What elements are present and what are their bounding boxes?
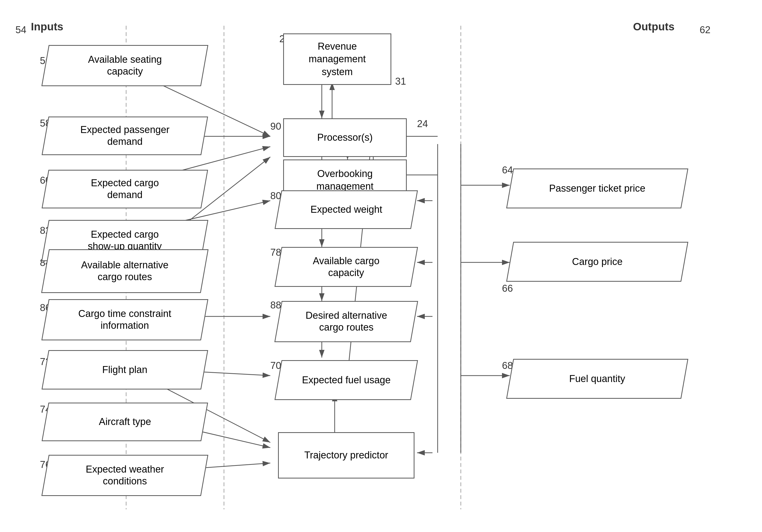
box-cargo-time-constraint: Cargo time constraintinformation bbox=[41, 299, 208, 340]
label-54: 54 bbox=[16, 25, 26, 35]
label-78: 78 bbox=[270, 247, 281, 258]
box-expected-cargo-demand: Expected cargodemand bbox=[42, 170, 208, 208]
box-available-cargo-cap: Available cargocapacity bbox=[274, 247, 418, 287]
label-24: 24 bbox=[417, 118, 428, 129]
box-revenue-mgmt: Revenuemanagementsystem bbox=[283, 33, 391, 85]
box-cargo-price: Cargo price bbox=[506, 242, 688, 282]
label-inputs: Inputs bbox=[31, 21, 63, 33]
box-available-alt-cargo: Available alternativecargo routes bbox=[41, 249, 208, 293]
box-flight-plan: Flight plan bbox=[42, 350, 208, 389]
label-70: 70 bbox=[270, 360, 281, 371]
label-31: 31 bbox=[395, 76, 406, 87]
label-outputs: Outputs bbox=[633, 21, 674, 33]
box-expected-fuel: Expected fuel usage bbox=[274, 360, 418, 400]
label-66: 66 bbox=[502, 283, 513, 294]
box-aircraft-type: Aircraft type bbox=[42, 403, 208, 441]
label-88: 88 bbox=[270, 300, 281, 311]
box-expected-weather: Expected weatherconditions bbox=[41, 455, 208, 496]
box-desired-alt-cargo: Desired alternativecargo routes bbox=[274, 301, 418, 342]
box-processors: Processor(s) bbox=[283, 118, 407, 157]
box-available-seating: Available seatingcapacity bbox=[41, 45, 208, 86]
box-expected-passenger-demand: Expected passengerdemand bbox=[42, 116, 208, 155]
label-64: 64 bbox=[502, 165, 513, 176]
box-fuel-quantity: Fuel quantity bbox=[506, 359, 688, 399]
box-passenger-ticket: Passenger ticket price bbox=[506, 168, 688, 208]
box-trajectory: Trajectory predictor bbox=[278, 432, 415, 479]
label-90: 90 bbox=[270, 121, 281, 132]
box-expected-weight: Expected weight bbox=[275, 190, 418, 229]
label-62: 62 bbox=[700, 25, 711, 35]
diagram-container: 54 Inputs 62 Outputs 56 58 60 82 84 86 7… bbox=[0, 0, 762, 532]
